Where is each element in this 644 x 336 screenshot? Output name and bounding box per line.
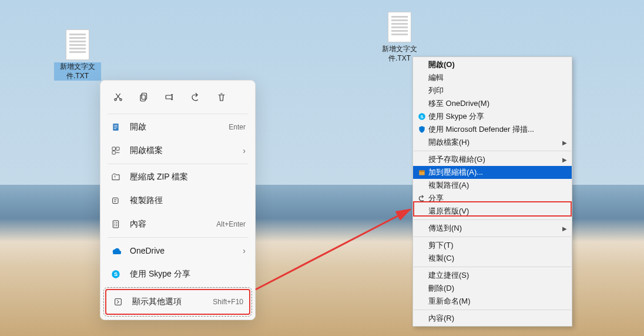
file-label: 新增文字文件.TXT xyxy=(54,62,101,81)
svg-rect-1 xyxy=(140,95,145,101)
cmenu-cut[interactable]: 剪下(T) xyxy=(413,239,572,252)
svg-point-11 xyxy=(119,152,120,154)
svg-rect-5 xyxy=(114,127,117,127)
cmenu-share[interactable]: 分享 xyxy=(413,192,572,205)
cmenu-properties[interactable]: 內容(R) xyxy=(413,312,572,325)
cmenu-copy[interactable]: 複製(C) xyxy=(413,252,572,265)
svg-rect-9 xyxy=(112,151,115,154)
rename-icon xyxy=(165,92,175,102)
cmenu-open[interactable]: 開啟(O) xyxy=(413,58,572,71)
svg-rect-2 xyxy=(166,95,172,99)
svg-point-10 xyxy=(118,152,119,154)
cmenu-copy-path[interactable]: 複製路徑(A) xyxy=(413,179,572,192)
properties-icon xyxy=(110,218,122,230)
cmenu-rename[interactable]: 重新命名(M) xyxy=(413,295,572,308)
delete-button[interactable] xyxy=(210,87,233,108)
skype-icon: S xyxy=(415,112,428,121)
cmenu-defender-scan[interactable]: 使用 Microsoft Defender 掃描... xyxy=(413,123,572,136)
skype-icon: S xyxy=(110,268,122,280)
delete-icon xyxy=(216,92,227,102)
menu-open-with[interactable]: 開啟檔案 › xyxy=(104,139,251,162)
share-icon xyxy=(415,194,428,202)
right-desktop: 新增文字文件.TXT 開啟(O) 編輯 列印 移至 OneDrive(M) S … xyxy=(322,0,644,336)
file-text[interactable]: 新增文字文件.TXT xyxy=(376,12,423,63)
svg-point-12 xyxy=(116,152,118,154)
cmenu-edit[interactable]: 編輯 xyxy=(413,71,572,84)
svg-text:S: S xyxy=(420,114,423,119)
menu-copy-path[interactable]: 複製路徑 xyxy=(104,189,251,212)
cmenu-delete[interactable]: 刪除(D) xyxy=(413,282,572,295)
menu-skype-share[interactable]: S 使用 Skype 分享 xyxy=(104,262,251,286)
context-menu-classic: 開啟(O) 編輯 列印 移至 OneDrive(M) S 使用 Skype 分享… xyxy=(412,56,572,327)
svg-rect-6 xyxy=(114,128,116,129)
svg-point-16 xyxy=(114,224,115,224)
rename-button[interactable] xyxy=(158,87,182,108)
shield-icon xyxy=(415,125,428,134)
cmenu-send-to[interactable]: 傳送到(N)▶ xyxy=(413,222,572,235)
svg-rect-0 xyxy=(142,93,146,99)
chevron-right-icon: › xyxy=(243,246,246,255)
chevron-right-icon: › xyxy=(243,146,246,155)
onedrive-icon xyxy=(110,245,122,257)
zip-icon xyxy=(110,171,122,183)
svg-rect-4 xyxy=(114,125,117,126)
archive-icon xyxy=(415,168,428,177)
file-text[interactable]: 新增文字文件.TXT xyxy=(54,29,101,81)
svg-rect-7 xyxy=(112,147,115,150)
svg-rect-8 xyxy=(116,147,119,150)
menu-open[interactable]: 開啟 Enter xyxy=(104,115,251,139)
copy-button[interactable] xyxy=(132,87,156,108)
text-file-icon xyxy=(66,29,89,60)
cmenu-open-with[interactable]: 開啟檔案(H)▶ xyxy=(413,136,572,149)
cmenu-create-shortcut[interactable]: 建立捷徑(S) xyxy=(413,269,572,282)
cmenu-add-archive[interactable]: 加到壓縮檔(A)... xyxy=(413,166,572,179)
share-icon xyxy=(190,92,201,102)
svg-text:S: S xyxy=(114,271,118,277)
svg-rect-13 xyxy=(113,198,118,203)
svg-point-15 xyxy=(114,222,115,223)
svg-point-17 xyxy=(114,225,115,226)
open-with-icon xyxy=(110,145,122,157)
more-icon xyxy=(112,296,124,308)
cmenu-grant-access[interactable]: 授予存取權給(G)▶ xyxy=(413,153,572,166)
cut-icon xyxy=(113,92,123,102)
menu-show-more-options[interactable]: 顯示其他選項 Shift+F10 xyxy=(105,289,250,315)
cmenu-print[interactable]: 列印 xyxy=(413,84,572,97)
text-file-icon xyxy=(388,12,411,42)
cmenu-skype-share[interactable]: S 使用 Skype 分享 xyxy=(413,110,572,123)
share-button[interactable] xyxy=(184,87,207,108)
menu-properties[interactable]: 內容 Alt+Enter xyxy=(104,212,251,236)
cmenu-restore-previous[interactable]: 還原舊版(V) xyxy=(413,205,572,218)
context-toolbar xyxy=(104,84,251,112)
svg-rect-20 xyxy=(115,299,122,305)
menu-compress-zip[interactable]: 壓縮成 ZIP 檔案 xyxy=(104,165,251,189)
copy-icon xyxy=(139,92,149,102)
menu-onedrive[interactable]: OneDrive › xyxy=(104,239,251,262)
doc-icon xyxy=(110,121,122,133)
copy-path-icon xyxy=(110,195,122,207)
cut-button[interactable] xyxy=(106,87,130,108)
cmenu-move-onedrive[interactable]: 移至 OneDrive(M) xyxy=(413,97,572,110)
left-desktop: 新增文字文件.TXT xyxy=(0,0,322,336)
svg-rect-24 xyxy=(419,171,424,172)
context-menu-win11: 開啟 Enter 開啟檔案 › 壓縮成 ZIP 檔案 xyxy=(100,80,256,320)
